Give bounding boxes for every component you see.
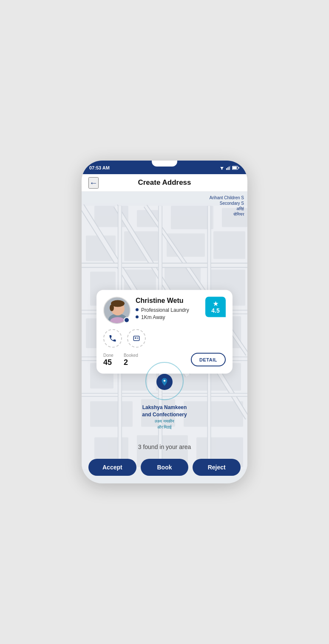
reject-button[interactable]: Reject (193, 459, 241, 476)
done-value: 45 (103, 358, 112, 367)
found-text: 3 found in your area (82, 443, 247, 450)
status-bar: 07:53 AM (82, 161, 247, 174)
svg-rect-4 (229, 167, 230, 170)
notch (152, 161, 177, 167)
marker-pin (156, 374, 173, 390)
id-icon (133, 334, 140, 342)
avatar-wrap (103, 297, 130, 324)
accept-button[interactable]: Accept (88, 459, 136, 476)
battery-icon (232, 166, 240, 170)
bottom-actions: Accept Book Reject (82, 459, 247, 476)
map-bottom-label: Lakshya Namkeen and Confectionery लक्ष्य… (142, 404, 187, 430)
card-info: Christine Wetu Professional Laundry 1Km … (136, 297, 200, 321)
booked-label: Booked (124, 353, 138, 357)
rating-value: 4.5 (211, 307, 219, 314)
done-stat: Done 45 (103, 353, 113, 367)
back-button[interactable]: ← (88, 177, 99, 189)
svg-marker-1 (221, 169, 223, 170)
location-marker (156, 374, 173, 390)
location-icon (160, 377, 169, 387)
svg-rect-29 (90, 401, 133, 427)
wifi-icon (219, 166, 224, 170)
svg-rect-8 (238, 167, 239, 169)
star-icon: ★ (213, 300, 218, 307)
card-top: Christine Wetu Professional Laundry 1Km … (103, 297, 226, 324)
phone-icon-circle[interactable] (103, 329, 122, 347)
page-title: Create Address (138, 178, 191, 187)
svg-rect-62 (135, 337, 136, 339)
status-time: 07:53 AM (89, 165, 110, 170)
svg-point-59 (110, 304, 114, 311)
status-icons (219, 166, 240, 170)
svg-rect-7 (233, 167, 237, 169)
svg-rect-12 (171, 206, 213, 229)
svg-rect-31 (184, 401, 243, 427)
map-top-label: Arihant Children S Secondary S अरिहं सेन… (210, 195, 244, 217)
booked-value: 2 (124, 358, 128, 367)
app-header: ← Create Address (82, 174, 247, 192)
service-type: Professional Laundry (136, 307, 200, 313)
done-label: Done (103, 353, 113, 357)
phone-icon (108, 334, 117, 342)
svg-rect-3 (227, 167, 228, 170)
online-indicator (124, 317, 130, 323)
phone-frame: 07:53 AM ← Create Address (82, 161, 247, 483)
svg-rect-17 (213, 232, 245, 259)
bullet-dot-2 (136, 316, 139, 319)
info-card: Christine Wetu Professional Laundry 1Km … (96, 290, 233, 373)
booked-stat: Booked 2 (124, 353, 138, 367)
bullet-dot (136, 308, 139, 311)
rating-badge: ★ 4.5 (205, 297, 226, 317)
svg-rect-61 (133, 336, 139, 341)
svg-rect-5 (230, 166, 230, 170)
map-container[interactable]: Arihant Children S Secondary S अरिहं सेन… (82, 192, 247, 483)
book-button[interactable]: Book (141, 459, 189, 476)
distance-info: 1Km Away (136, 314, 200, 320)
provider-name: Christine Wetu (136, 297, 200, 304)
id-icon-circle[interactable] (127, 329, 146, 347)
card-icons-row (103, 329, 226, 347)
svg-rect-2 (226, 168, 227, 170)
signal-icon (226, 166, 230, 170)
detail-button[interactable]: DETAIL (191, 353, 226, 367)
